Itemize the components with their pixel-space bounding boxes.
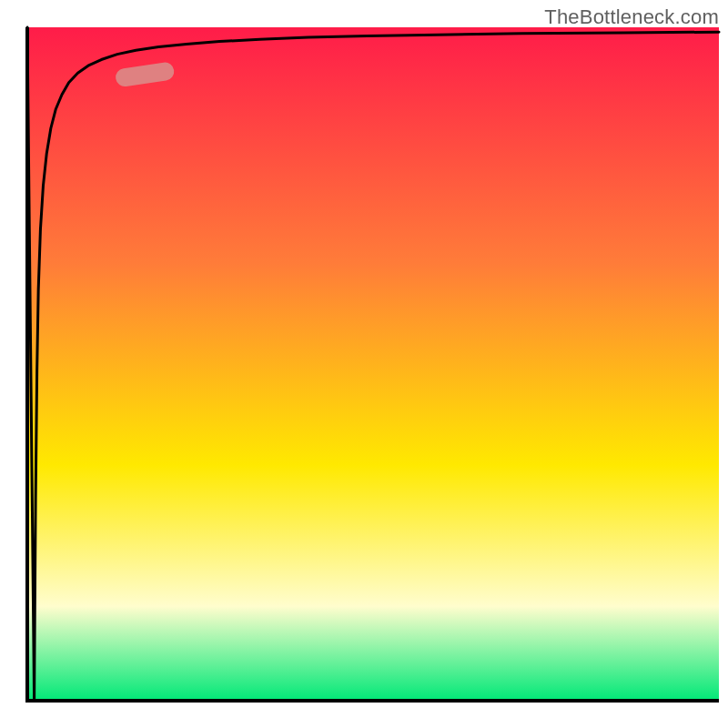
watermark-text: TheBottleneck.com [544,5,719,29]
plot-background [27,27,719,701]
chart-svg [0,0,728,728]
chart-stage: TheBottleneck.com [0,0,728,728]
